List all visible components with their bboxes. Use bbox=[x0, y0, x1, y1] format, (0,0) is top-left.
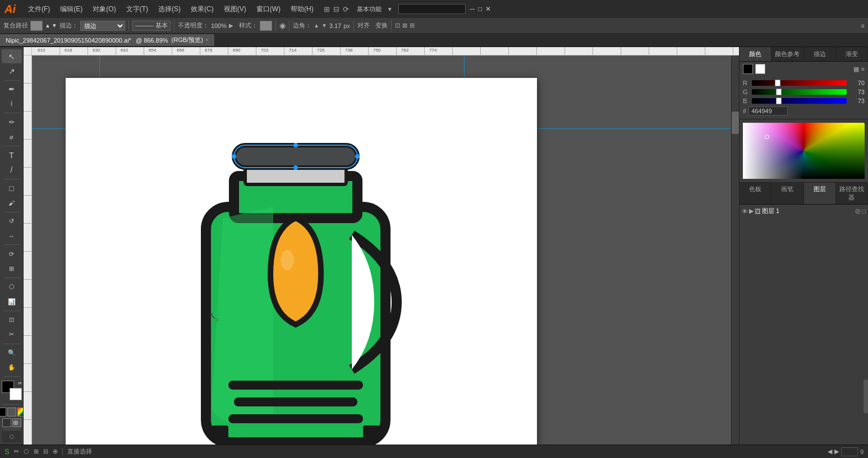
g-slider-thumb[interactable] bbox=[776, 89, 782, 95]
status-icon-expand[interactable]: ⊕ bbox=[53, 448, 58, 455]
menu-file[interactable]: 文件(F) bbox=[24, 2, 54, 16]
stroke-mode-btn[interactable] bbox=[7, 408, 16, 417]
menu-view[interactable]: 视图(V) bbox=[219, 2, 251, 16]
artboard-nav[interactable]: ⬡ bbox=[2, 431, 22, 442]
tab-brushes[interactable]: 画笔 bbox=[771, 183, 803, 204]
menu-window[interactable]: 窗口(W) bbox=[252, 2, 285, 16]
reshape-icon[interactable]: ⊡ bbox=[395, 22, 400, 29]
arrange-icon[interactable]: ⊞ bbox=[324, 5, 330, 13]
status-icon-link[interactable]: ⊟ bbox=[43, 448, 48, 455]
line-tool[interactable]: / bbox=[2, 163, 22, 177]
document-tab[interactable]: Nipic_29842067_20190905150420890000.ai* … bbox=[0, 34, 215, 46]
r-slider-track[interactable] bbox=[752, 80, 847, 86]
status-icon-pencil[interactable]: ✏ bbox=[14, 448, 19, 455]
smooth-tool[interactable]: ⌀ bbox=[2, 130, 22, 144]
menu-effect[interactable]: 效果(C) bbox=[186, 2, 218, 16]
search-input[interactable] bbox=[398, 4, 466, 14]
select-tool[interactable]: ↖ bbox=[2, 49, 22, 63]
r-slider-thumb[interactable] bbox=[775, 80, 780, 86]
b-slider-thumb[interactable] bbox=[776, 98, 782, 104]
dropdown-arrow-icon[interactable]: ▼ bbox=[387, 6, 393, 12]
b-slider-track[interactable] bbox=[752, 98, 847, 104]
fill-arrow-up[interactable]: ▲ bbox=[45, 22, 50, 29]
layer-visibility-icon[interactable]: 👁 bbox=[742, 208, 748, 215]
fill-arrow-down[interactable]: ▼ bbox=[52, 22, 57, 29]
ruler-num-610: 610 bbox=[38, 48, 45, 53]
layer-select-icon[interactable]: □ bbox=[862, 208, 866, 215]
type-tool[interactable]: T bbox=[2, 148, 22, 162]
rect-tool[interactable]: □ bbox=[2, 181, 22, 195]
canvas-area[interactable]: ↖□ bbox=[32, 55, 739, 445]
stroke-select[interactable]: 描边 bbox=[80, 21, 125, 31]
sync-icon[interactable]: ⟳ bbox=[343, 5, 349, 13]
direct-select-tool[interactable]: ↗ bbox=[2, 64, 22, 78]
corner-arrow-up[interactable]: ▲ bbox=[314, 22, 319, 29]
fill-swatch[interactable] bbox=[30, 21, 43, 31]
menu-help[interactable]: 帮助(H) bbox=[286, 2, 318, 16]
column-graph-tool[interactable]: 📊 bbox=[2, 294, 22, 308]
menu-edit[interactable]: 编辑(E) bbox=[56, 2, 87, 16]
panel-icon-1[interactable]: ▦ bbox=[853, 66, 859, 73]
envelope-icon[interactable]: ⊠ bbox=[402, 22, 407, 29]
background-color[interactable] bbox=[10, 388, 22, 400]
status-bar: S ✏ ⬡ ⊞ ⊟ ⊕ 直接选择 ◀ ▶ 9 bbox=[0, 445, 868, 458]
tab-stroke-panel[interactable]: 描边 bbox=[804, 47, 836, 61]
menu-text[interactable]: 文字(T) bbox=[122, 2, 153, 16]
pen-tool[interactable]: ✒ bbox=[2, 82, 22, 96]
tab-color-ref[interactable]: 颜色参考 bbox=[771, 47, 803, 61]
tab-layers[interactable]: 图层 bbox=[804, 183, 836, 204]
tab-color[interactable]: 颜色 bbox=[740, 47, 771, 61]
draw-mode-btn[interactable]: ⊕ bbox=[12, 418, 21, 427]
status-icon-tag[interactable]: ⬡ bbox=[24, 448, 29, 455]
window-close-button[interactable]: ✕ bbox=[485, 5, 491, 13]
nav-arrow-right[interactable]: ▶ bbox=[834, 448, 839, 455]
layer-expand-icon[interactable]: ▶ bbox=[749, 207, 754, 215]
panel-icon-2[interactable]: ≡ bbox=[861, 66, 865, 73]
fg-color-swatch[interactable] bbox=[743, 64, 753, 74]
hand-tool[interactable]: ✋ bbox=[2, 360, 22, 374]
swap-colors-icon[interactable]: ⇄ bbox=[18, 381, 22, 386]
right-panel-scrollbar[interactable] bbox=[864, 380, 868, 413]
scrollbar-vertical[interactable] bbox=[731, 55, 739, 445]
menu-select[interactable]: 选择(S) bbox=[154, 2, 185, 16]
curvature-tool[interactable]: ⌇ bbox=[2, 97, 22, 111]
layer-target-icon[interactable]: ◎ bbox=[855, 207, 861, 215]
scrollbar-thumb[interactable] bbox=[732, 112, 739, 134]
normal-mode-btn[interactable] bbox=[2, 418, 11, 427]
status-icon-grid[interactable]: ⊞ bbox=[34, 448, 39, 455]
fill-mode-btn[interactable] bbox=[0, 408, 6, 417]
corner-arrow-down[interactable]: ▼ bbox=[322, 22, 327, 29]
artboard-tool[interactable]: ⊡ bbox=[2, 313, 22, 327]
pencil-tool[interactable]: ✏ bbox=[2, 115, 22, 129]
layer-thumbnail-icon[interactable]: 🖼 bbox=[755, 208, 761, 215]
panel-toggle-icon[interactable]: ≡ bbox=[861, 22, 865, 29]
window-minimize-button[interactable]: ─ bbox=[470, 5, 475, 13]
hex-input[interactable]: 464949 bbox=[748, 107, 788, 115]
extra-icon[interactable]: ⊞ bbox=[410, 22, 415, 29]
menu-object[interactable]: 对象(O) bbox=[88, 2, 120, 16]
zoom-input[interactable] bbox=[841, 447, 858, 456]
bg-color-swatch[interactable] bbox=[755, 64, 765, 74]
zoom-tool[interactable]: 🔍 bbox=[2, 345, 22, 359]
tab-pathfinder[interactable]: 路径查找器 bbox=[836, 183, 868, 204]
grid-icon[interactable]: ⊟ bbox=[333, 5, 339, 13]
window-restore-button[interactable]: □ bbox=[478, 5, 482, 13]
reflect-tool[interactable]: ↔ bbox=[2, 229, 22, 243]
color-picker-gradient[interactable] bbox=[743, 123, 865, 179]
zoom-number: 9 bbox=[860, 448, 864, 455]
style-swatch[interactable] bbox=[260, 21, 272, 31]
tab-close-button[interactable]: × bbox=[205, 37, 209, 43]
g-slider-track[interactable] bbox=[752, 89, 847, 95]
tab-gradient[interactable]: 渐变 bbox=[836, 47, 868, 61]
free-transform-tool[interactable]: ⊞ bbox=[2, 262, 22, 276]
appearance-icon[interactable]: ◉ bbox=[279, 21, 286, 30]
tab-swatches[interactable]: 色板 bbox=[740, 183, 771, 204]
rotate-tool[interactable]: ↺ bbox=[2, 214, 22, 228]
paintbrush-tool[interactable]: 🖌 bbox=[2, 196, 22, 210]
slice-tool[interactable]: ✂ bbox=[2, 327, 22, 341]
opacity-arrow[interactable]: ▶ bbox=[229, 22, 233, 29]
warp-tool[interactable]: ⟳ bbox=[2, 247, 22, 261]
gradient-mode-btn[interactable] bbox=[17, 408, 24, 417]
symbol-tool[interactable]: ⬡ bbox=[2, 280, 22, 294]
nav-arrow-left[interactable]: ◀ bbox=[828, 448, 832, 455]
